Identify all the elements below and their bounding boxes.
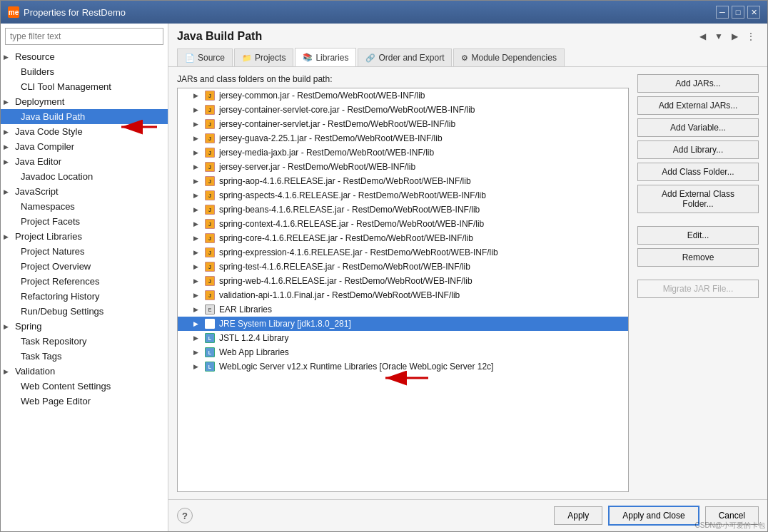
tree-item-spring-web[interactable]: ▶Jspring-web-4.1.6.RELEASE.jar - RestDem… [178, 274, 628, 288]
sidebar-item-javadoc-location[interactable]: Javadoc Location [1, 169, 168, 184]
tabs-bar: 📄Source📁Projects📚Libraries🔗Order and Exp… [168, 46, 767, 67]
tree-item-weblogic-libraries[interactable]: ▶LWebLogic Server v12.x Runtime Librarie… [178, 359, 628, 374]
bottom-bar: ? Apply Apply and Close Cancel [168, 499, 767, 531]
panel-header: Java Build Path ◀ ▼ ▶ ⋮ [168, 24, 767, 46]
tab-label-module-dependencies: Module Dependencies [471, 53, 556, 63]
tree-item-label: EAR Libraries [219, 305, 272, 314]
edit-button[interactable]: Edit... [637, 226, 759, 245]
tree-item-jersey-container-servlet[interactable]: ▶Jjersey-container-servlet.jar - RestDem… [178, 117, 628, 131]
add-class-folder-button[interactable]: Add Class Folder... [637, 163, 759, 181]
sidebar-item-java-compiler[interactable]: ▶Java Compiler [1, 139, 168, 154]
tree-item-spring-beans[interactable]: ▶Jspring-beans-4.1.6.RELEASE.jar - RestD… [178, 203, 628, 217]
sidebar-item-task-tags[interactable]: Task Tags [1, 349, 168, 364]
right-panel: Java Build Path ◀ ▼ ▶ ⋮ 📄Source📁Projects… [168, 24, 767, 531]
forward-button[interactable]: ▶ [728, 29, 742, 44]
sidebar-item-web-content-settings[interactable]: Web Content Settings [1, 379, 168, 394]
expand-icon: ▶ [4, 323, 12, 330]
close-button[interactable]: ✕ [747, 6, 760, 19]
lib-icon: L [204, 347, 216, 358]
jar-icon: J [204, 161, 216, 173]
sidebar-item-web-page-editor[interactable]: Web Page Editor [1, 394, 168, 409]
tree-item-jersey-common[interactable]: ▶Jjersey-common.jar - RestDemo/WebRoot/W… [178, 88, 628, 103]
sidebar-item-namespaces[interactable]: Namespaces [1, 199, 168, 214]
sidebar-item-java-code-style[interactable]: ▶Java Code Style [1, 124, 168, 139]
tree-expand-icon: ▶ [193, 292, 201, 299]
filter-input[interactable] [5, 28, 163, 45]
tree-item-ear-libraries[interactable]: ▶EEAR Libraries [178, 302, 628, 317]
sidebar-item-label: CLI Tool Management [21, 81, 111, 92]
build-path-panel: JARs and class folders on the build path… [177, 74, 629, 492]
tree-item-jersey-server[interactable]: ▶Jjersey-server.jar - RestDemo/WebRoot/W… [178, 160, 628, 174]
tree-item-validation-api[interactable]: ▶Jvalidation-api-1.1.0.Final.jar - RestD… [178, 288, 628, 302]
tree-item-label: spring-beans-4.1.6.RELEASE.jar - RestDem… [219, 205, 480, 215]
sidebar-item-javascript[interactable]: ▶JavaScript [1, 184, 168, 199]
jar-icon: J [204, 133, 216, 144]
sidebar-item-project-natures[interactable]: Project Natures [1, 244, 168, 259]
add-external-jars-button[interactable]: Add External JARs... [637, 96, 759, 115]
sidebar-item-label: Resource [15, 51, 55, 62]
tree-item-jersey-container-servlet-core[interactable]: ▶Jjersey-container-servlet-core.jar - Re… [178, 103, 628, 117]
add-variable-button[interactable]: Add Variable... [637, 118, 759, 137]
tree-item-label: spring-context-4.1.6.RELEASE.jar - RestD… [219, 219, 484, 229]
sidebar-item-deployment[interactable]: ▶Deployment [1, 94, 168, 109]
sidebar-item-project-libraries[interactable]: ▶Project Libraries [1, 229, 168, 244]
sidebar-item-label: Project Libraries [15, 231, 82, 242]
tree-item-jersey-media-jaxb[interactable]: ▶Jjersey-media-jaxb.jar - RestDemo/WebRo… [178, 145, 628, 160]
add-external-class-folder-button[interactable]: Add External Class Folder... [637, 185, 759, 213]
tree-item-spring-core[interactable]: ▶Jspring-core-4.1.6.RELEASE.jar - RestDe… [178, 231, 628, 245]
add-library-button[interactable]: Add Library... [637, 140, 759, 159]
tree-item-spring-context[interactable]: ▶Jspring-context-4.1.6.RELEASE.jar - Res… [178, 217, 628, 231]
tree-item-label: jersey-container-servlet-core.jar - Rest… [219, 105, 475, 115]
tree-item-spring-expression[interactable]: ▶Jspring-expression-4.1.6.RELEASE.jar - … [178, 245, 628, 260]
back-button[interactable]: ◀ [696, 29, 709, 44]
sidebar-item-project-facets[interactable]: Project Facets [1, 214, 168, 229]
tab-source[interactable]: 📄Source [177, 48, 233, 66]
sidebar-item-label: Project References [21, 276, 100, 287]
dropdown-button[interactable]: ▼ [711, 29, 727, 44]
sidebar-item-spring[interactable]: ▶Spring [1, 319, 168, 334]
add-jars-button[interactable]: Add JARs... [637, 74, 759, 93]
sidebar-item-project-overview[interactable]: Project Overview [1, 259, 168, 274]
migrate-jar-button: Migrate JAR File... [637, 280, 759, 298]
sidebar-item-builders[interactable]: Builders [1, 64, 168, 79]
sidebar-item-run-debug-settings[interactable]: Run/Debug Settings [1, 304, 168, 319]
tree-item-spring-aspects[interactable]: ▶Jspring-aspects-4.1.6.RELEASE.jar - Res… [178, 188, 628, 203]
cancel-button[interactable]: Cancel [705, 506, 759, 525]
sidebar-item-cli-tool[interactable]: CLI Tool Management [1, 79, 168, 94]
tree-item-jstl-library[interactable]: ▶LJSTL 1.2.4 Library [178, 331, 628, 345]
sidebar-item-label: Project Overview [21, 261, 91, 272]
jar-icon: J [204, 218, 216, 230]
apply-close-button[interactable]: Apply and Close [608, 506, 699, 526]
sidebar-item-resource[interactable]: ▶Resource [1, 49, 168, 64]
tree-item-spring-aop[interactable]: ▶Jspring-aop-4.1.6.RELEASE.jar - RestDem… [178, 174, 628, 188]
lib-icon: L [204, 318, 216, 329]
tree-item-jre-system-library[interactable]: ▶LJRE System Library [jdk1.8.0_281] [178, 317, 628, 331]
sidebar-item-validation[interactable]: ▶Validation [1, 364, 168, 379]
tab-order-export[interactable]: 🔗Order and Export [358, 48, 452, 66]
sidebar-item-refactoring-history[interactable]: Refactoring History [1, 289, 168, 304]
menu-button[interactable]: ⋮ [743, 29, 759, 44]
tree-list[interactable]: ▶Jjersey-common.jar - RestDemo/WebRoot/W… [177, 88, 629, 492]
maximize-button[interactable]: □ [732, 6, 744, 19]
panel-title: Java Build Path [177, 30, 262, 43]
tab-libraries[interactable]: 📚Libraries [295, 48, 356, 66]
tree-item-jersey-guava[interactable]: ▶Jjersey-guava-2.25.1.jar - RestDemo/Web… [178, 131, 628, 145]
tree-expand-icon: ▶ [193, 320, 201, 327]
sidebar-item-label: Spring [15, 321, 42, 332]
tab-icon-module-dependencies: ⚙ [461, 53, 468, 63]
sidebar-item-label: Java Compiler [15, 141, 74, 152]
apply-button[interactable]: Apply [554, 506, 602, 525]
sidebar-item-java-editor[interactable]: ▶Java Editor [1, 154, 168, 169]
sidebar-item-project-references[interactable]: Project References [1, 274, 168, 289]
help-button[interactable]: ? [177, 508, 193, 523]
tab-module-dependencies[interactable]: ⚙Module Dependencies [453, 48, 564, 66]
tree-item-spring-test[interactable]: ▶Jspring-test-4.1.6.RELEASE.jar - RestDe… [178, 260, 628, 274]
sidebar-item-java-build-path[interactable]: Java Build Path [1, 109, 168, 124]
minimize-button[interactable]: ─ [716, 6, 729, 19]
remove-button[interactable]: Remove [637, 248, 759, 267]
sidebar-item-task-repository[interactable]: Task Repository [1, 334, 168, 349]
tab-projects[interactable]: 📁Projects [234, 48, 293, 66]
tree-expand-icon: ▶ [193, 349, 201, 356]
tree-item-web-app-libraries[interactable]: ▶LWeb App Libraries [178, 345, 628, 359]
tree-expand-icon: ▶ [193, 92, 201, 99]
